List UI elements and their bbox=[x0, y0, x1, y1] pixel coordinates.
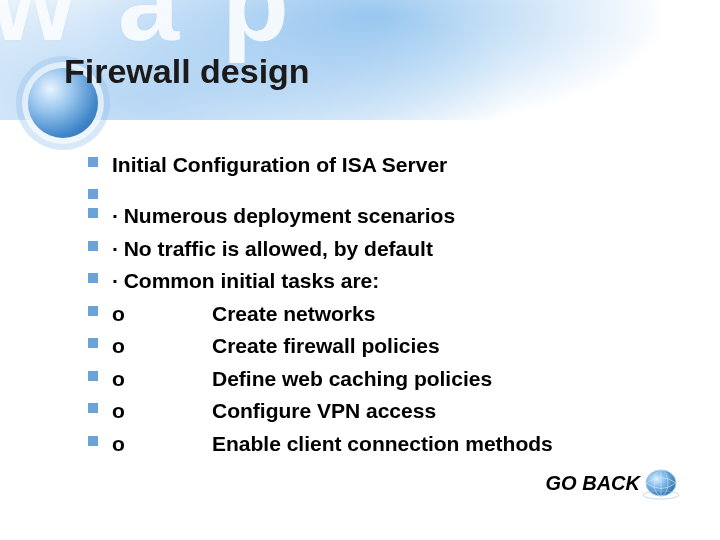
sub-bullet-marker: o bbox=[112, 429, 134, 459]
sub-bullet-marker: o bbox=[112, 299, 134, 329]
title-bar: Firewall design bbox=[64, 52, 680, 91]
list-item: oEnable client connection methods bbox=[88, 429, 660, 459]
list-item: oCreate firewall policies bbox=[88, 331, 660, 361]
sub-item-text: Configure VPN access bbox=[212, 399, 436, 422]
list-item-text: oCreate firewall policies bbox=[112, 331, 440, 361]
square-bullet-icon bbox=[88, 436, 98, 446]
list-item: oConfigure VPN access bbox=[88, 396, 660, 426]
list-item: oDefine web caching policies bbox=[88, 364, 660, 394]
list-item: · No traffic is allowed, by default bbox=[88, 234, 660, 264]
sub-bullet-marker: o bbox=[112, 396, 134, 426]
globe-arrow-icon bbox=[634, 466, 680, 500]
list-item: · Numerous deployment scenarios bbox=[88, 201, 660, 231]
go-back-button[interactable]: GO BACK bbox=[546, 466, 680, 500]
square-bullet-icon bbox=[88, 371, 98, 381]
square-bullet-icon bbox=[88, 208, 98, 218]
list-item-text: oDefine web caching policies bbox=[112, 364, 492, 394]
list-item-text: · Common initial tasks are: bbox=[112, 266, 379, 296]
sub-item-text: Enable client connection methods bbox=[212, 432, 553, 455]
list-item bbox=[88, 182, 660, 199]
square-bullet-icon bbox=[88, 157, 98, 167]
square-bullet-icon bbox=[88, 189, 98, 199]
content-list: Initial Configuration of ISA Server· Num… bbox=[88, 150, 660, 461]
sub-bullet-marker: o bbox=[112, 331, 134, 361]
sub-item-text: Create firewall policies bbox=[212, 334, 440, 357]
square-bullet-icon bbox=[88, 273, 98, 283]
go-back-label: GO BACK bbox=[546, 472, 640, 495]
list-item-text: oConfigure VPN access bbox=[112, 396, 436, 426]
sub-item-text: Create networks bbox=[212, 302, 375, 325]
page-title: Firewall design bbox=[64, 52, 680, 91]
square-bullet-icon bbox=[88, 306, 98, 316]
list-item-text: · Numerous deployment scenarios bbox=[112, 201, 455, 231]
list-item: Initial Configuration of ISA Server bbox=[88, 150, 660, 180]
list-item-text: Initial Configuration of ISA Server bbox=[112, 150, 447, 180]
list-item: · Common initial tasks are: bbox=[88, 266, 660, 296]
square-bullet-icon bbox=[88, 403, 98, 413]
sub-item-text: Define web caching policies bbox=[212, 367, 492, 390]
square-bullet-icon bbox=[88, 338, 98, 348]
list-item-text: oEnable client connection methods bbox=[112, 429, 553, 459]
list-item: oCreate networks bbox=[88, 299, 660, 329]
square-bullet-icon bbox=[88, 241, 98, 251]
list-item-text: oCreate networks bbox=[112, 299, 375, 329]
sub-bullet-marker: o bbox=[112, 364, 134, 394]
list-item-text: · No traffic is allowed, by default bbox=[112, 234, 433, 264]
